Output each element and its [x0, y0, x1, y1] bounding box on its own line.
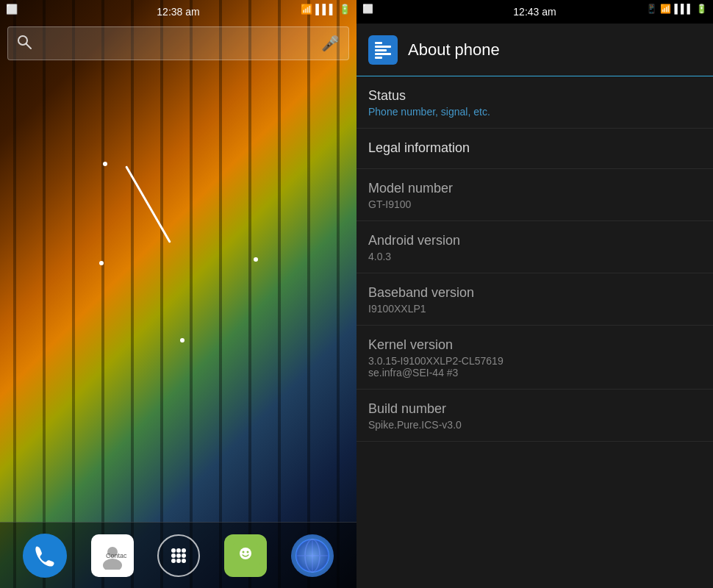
- status-bar-left: ⬜ 12:38 am 📶 ▌▌▌ 🔋: [0, 0, 356, 24]
- item-title-android: Android version: [368, 233, 701, 248]
- item-value-model: GT-I9100: [368, 198, 701, 210]
- search-bar[interactable]: 🎤: [7, 26, 349, 60]
- phone-icon-right: 📱: [646, 4, 657, 13]
- settings-item-model: Model number GT-I9100: [356, 169, 713, 221]
- item-value-kernel: 3.0.15-I9100XXLP2-CL57619 se.infra@SEI-4…: [368, 355, 701, 379]
- dock-messaging-button[interactable]: [224, 534, 267, 577]
- svg-rect-24: [375, 42, 382, 44]
- clock-minute-hand: [125, 165, 171, 243]
- battery-icon: 🔋: [339, 4, 351, 14]
- status-icons-right-left: 📶 ▌▌▌ 🔋: [301, 4, 351, 14]
- about-phone-header: About phone: [356, 24, 713, 76]
- time-left: 12:38 am: [157, 6, 199, 18]
- item-title-baseband: Baseband version: [368, 285, 701, 301]
- clock-dot: [180, 338, 184, 343]
- dock-browser-button[interactable]: [291, 534, 334, 577]
- svg-point-12: [171, 559, 176, 563]
- right-panel: ⬜ 12:43 am 📱 📶 ▌▌▌ 🔋 About phone Status: [356, 0, 713, 588]
- svg-point-11: [182, 553, 186, 558]
- about-phone-icon: [368, 35, 398, 65]
- signal-icon: ▌▌▌: [315, 4, 336, 14]
- item-value-build: Spike.Pure.ICS-v3.0: [368, 419, 701, 431]
- item-title-status: Status: [368, 88, 701, 104]
- dock-contacts-button[interactable]: Contacts: [91, 534, 134, 577]
- clock-widget: [0, 74, 356, 514]
- left-panel: ⬜ 12:38 am 📶 ▌▌▌ 🔋 🎤: [0, 0, 356, 588]
- item-value-android: 4.0.3: [368, 251, 701, 262]
- settings-item-kernel: Kernel version 3.0.15-I9100XXLP2-CL57619…: [356, 326, 713, 390]
- status-bar-right: ⬜ 12:43 am 📱 📶 ▌▌▌ 🔋: [356, 0, 713, 24]
- settings-item-legal[interactable]: Legal information: [356, 129, 713, 169]
- settings-list: Status Phone number, signal, etc. Legal …: [356, 76, 713, 588]
- clock-dot: [254, 257, 258, 262]
- battery-icon-right: 🔋: [696, 4, 707, 13]
- svg-point-8: [182, 548, 186, 553]
- svg-rect-28: [375, 57, 382, 59]
- settings-item-baseband: Baseband version I9100XXLP1: [356, 273, 713, 326]
- svg-point-17: [243, 551, 245, 553]
- svg-rect-27: [375, 53, 391, 55]
- item-title-kernel: Kernel version: [368, 337, 701, 353]
- app-dock: Contacts: [0, 522, 356, 588]
- about-phone-title: About phone: [408, 40, 500, 60]
- svg-point-14: [182, 559, 186, 563]
- svg-rect-26: [375, 49, 387, 51]
- status-icons-left: ⬜: [6, 4, 18, 14]
- status-right-icons: 📱 📶 ▌▌▌ 🔋: [646, 4, 707, 13]
- svg-rect-25: [375, 46, 391, 48]
- clock-dot: [99, 261, 104, 265]
- dock-phone-button[interactable]: [23, 534, 67, 578]
- svg-point-6: [171, 548, 176, 553]
- item-subtitle-status: Phone number, signal, etc.: [368, 106, 701, 118]
- search-icon: [17, 35, 32, 53]
- svg-point-9: [171, 553, 176, 558]
- svg-line-1: [26, 44, 31, 49]
- svg-point-10: [176, 553, 181, 558]
- item-value-baseband: I9100XXLP1: [368, 303, 701, 315]
- item-title-model: Model number: [368, 181, 701, 196]
- svg-point-13: [176, 559, 181, 563]
- settings-item-build: Build number Spike.Pure.ICS-v3.0: [356, 390, 713, 442]
- svg-point-23: [296, 539, 329, 572]
- status-left-icons: ⬜: [362, 4, 373, 13]
- item-title-legal: Legal information: [368, 140, 701, 156]
- settings-item-status[interactable]: Status Phone number, signal, etc.: [356, 76, 713, 129]
- signal-icon-right: ▌▌▌: [674, 4, 693, 13]
- sim-icon: 📶: [301, 4, 312, 14]
- dock-apps-button[interactable]: [157, 534, 200, 577]
- svg-text:Contacts: Contacts: [106, 552, 126, 559]
- settings-item-android: Android version 4.0.3: [356, 221, 713, 273]
- microphone-icon[interactable]: 🎤: [321, 35, 340, 52]
- svg-point-0: [18, 36, 27, 45]
- wifi-icon: 📶: [660, 4, 671, 13]
- camera-icon-right: ⬜: [362, 4, 373, 13]
- item-title-build: Build number: [368, 401, 701, 417]
- time-right: 12:43 am: [513, 6, 556, 18]
- camera-icon: ⬜: [6, 4, 18, 14]
- svg-point-18: [247, 551, 249, 553]
- svg-point-7: [176, 548, 181, 553]
- clock-dot: [103, 162, 107, 166]
